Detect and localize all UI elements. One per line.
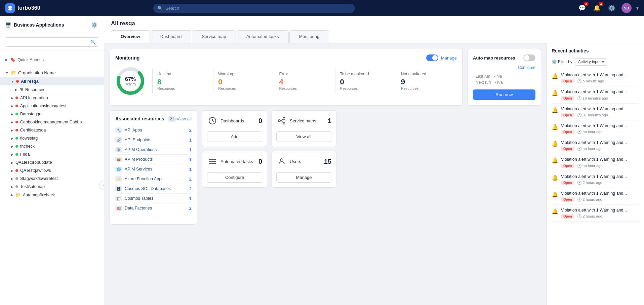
content-body: Monitoring Manage [104, 43, 644, 305]
automated-tasks-count: 0 [258, 158, 262, 165]
sidebar-item-all-resqa[interactable]: ▼ All resqa [0, 77, 104, 85]
resource-row: 🗄️ Cosmos SQL Databases 2 [115, 184, 192, 194]
sidebar-header: 🖥️ Business Applications ⚙️ [0, 16, 104, 34]
apim-operations-icon: ⚙️ [115, 147, 122, 152]
dot-red [15, 97, 18, 99]
tab-dashboard[interactable]: Dashboard [151, 30, 192, 43]
time-ago: 🕐 2 hours ago [577, 197, 602, 202]
activity-type-select[interactable]: Activity type [575, 58, 607, 66]
logo[interactable]: turbo360 [5, 3, 40, 13]
manage-toggle-area: Manage [426, 54, 457, 61]
service-maps-header: Service maps 1 [276, 115, 331, 126]
sidebar-item-quick-access[interactable]: ▶ 🔖 Quick Access [0, 55, 104, 64]
users-widget: Users 15 Manage [271, 151, 336, 188]
add-dashboard-button[interactable]: Add [207, 131, 262, 142]
assoc-title-text: Associated resources 21 [115, 116, 177, 121]
tab-monitoring[interactable]: Monitoring [289, 30, 329, 43]
sidebar-item-testautomap[interactable]: ▶ TestAutomap [0, 183, 104, 191]
resource-label: Data Factories [125, 206, 152, 211]
monitoring-toggle[interactable] [426, 54, 438, 61]
sidebar-item-flowsstag[interactable]: ▶ flowsstag [0, 134, 104, 142]
users-label: Users [290, 159, 301, 164]
avatar[interactable]: SB [621, 3, 632, 13]
automated-tasks-label: Automated tasks [220, 159, 253, 164]
configure-tasks-button[interactable]: Configure [207, 172, 262, 183]
assoc-count-badge: 21 [167, 116, 176, 122]
users-count: 15 [324, 158, 331, 165]
notifications-button[interactable]: 🔔 4 [592, 3, 602, 13]
sidebar-item-certificates[interactable]: ▶ Certificatesqa [0, 126, 104, 134]
dot-gray [15, 177, 18, 180]
resource-name: 🔧 API Apps [115, 127, 142, 133]
chevron-icon: ▶ [11, 112, 13, 116]
stat-not-monitored: Not monitored 9 Resources [396, 69, 457, 93]
status-badge: Open [561, 130, 574, 134]
chevron-down-icon: ▼ [5, 71, 9, 75]
sidebar-item-stagworkflows[interactable]: ▶ Stagworkflowsretest [0, 175, 104, 183]
dot-green [15, 137, 18, 140]
time-ago: 🕐 an hour ago [577, 164, 603, 168]
sidebar-item-automapfix[interactable]: ▶ 📁 Automapfixcheck [0, 191, 104, 199]
automated-tasks-widget: Automated tasks 0 Configure [202, 151, 267, 188]
activity-content: Violation alert with 1 Warning and... Op… [561, 140, 639, 151]
stat-to-monitor-value: 0 [340, 78, 391, 86]
search-input[interactable] [153, 4, 355, 13]
configure-link[interactable]: Configure [473, 65, 535, 70]
dashboards-icon [207, 115, 218, 126]
svg-rect-6 [209, 159, 215, 160]
view-all-link[interactable]: View all [177, 116, 192, 121]
resource-row: ⚙️ APIM Operations 1 [115, 145, 192, 155]
stat-healthy: Healthy 8 Resources [153, 69, 213, 93]
resource-row: 📦 APIM Products 1 [115, 155, 192, 164]
org-name-text: Organisation Name [18, 70, 56, 75]
resource-name: 🌐 APIM Services [115, 166, 152, 172]
messages-button[interactable]: 💬 3 [577, 3, 587, 13]
settings-button[interactable]: ⚙️ [607, 3, 617, 13]
activity-title: Violation alert with 1 Warning and... [561, 140, 639, 145]
automated-tasks-icon [207, 156, 218, 167]
sidebar-item-resources[interactable]: ▶ ⊞ Resources [0, 85, 104, 94]
manage-users-button[interactable]: Manage [276, 172, 331, 183]
sidebar-item-api-integration[interactable]: ▶ API Integration [0, 94, 104, 102]
resource-count: 2 [189, 206, 192, 211]
sidebar-search-input[interactable] [5, 37, 99, 47]
main-panels: Monitoring Manage [104, 43, 547, 305]
stat-error-unit: Resources [279, 86, 330, 90]
sidebar-item-qatest[interactable]: ▶ QATestqawflows [0, 166, 104, 175]
activity-title: Violation alert with 1 Warning and... [561, 72, 639, 78]
org-name-item[interactable]: ▼ 📁 Organisation Name [0, 68, 104, 77]
api-endpoints-icon: 🔗 [115, 137, 122, 143]
auto-map-card: Auto map resources Configure Last run - … [467, 49, 541, 106]
sidebar-settings-button[interactable]: ⚙️ [90, 21, 98, 29]
manage-link[interactable]: Manage [441, 55, 457, 61]
sidebar-item-qa1[interactable]: ▶ QA1testpropupdate [0, 158, 104, 166]
run-now-button[interactable]: Run now [473, 89, 535, 100]
bell-icon: 🔔 [552, 175, 558, 181]
sidebar-item-cabbooking[interactable]: ▶ Cabbooking management Cabbo [0, 118, 104, 126]
chevron-icon: ▶ [11, 128, 13, 132]
resource-name: 🗄️ Cosmos SQL Databases [115, 186, 171, 191]
activity-content: Violation alert with 1 Warning and... Op… [561, 106, 639, 117]
tab-overview[interactable]: Overview [111, 30, 150, 43]
dashboards-header: Dashboards 0 [207, 115, 262, 126]
notifications-badge: 4 [599, 2, 603, 6]
activity-content: Violation alert with 1 Warning and... Op… [561, 89, 639, 100]
activity-title: Violation alert with 1 Warning and... [561, 123, 639, 128]
sidebar-item-bamstagqa[interactable]: ▶ Bamstagqa [0, 110, 104, 118]
tab-service-map[interactable]: Service map [192, 30, 236, 43]
status-badge: Open [561, 214, 574, 219]
sidebar-item-label: Bamstagqa [20, 112, 41, 116]
bell-icon: 🔔 [552, 73, 558, 79]
sidebar-item-fnqa[interactable]: ▶ Fnqa [0, 150, 104, 158]
tab-automated-tasks[interactable]: Automated tasks [237, 30, 289, 43]
sidebar-item-label: Cabbooking management Cabbo [20, 120, 82, 124]
auto-map-toggle[interactable] [523, 54, 535, 61]
logo-text: turbo360 [17, 5, 40, 11]
sidebar-item-fncheck[interactable]: ▶ fncheck [0, 142, 104, 150]
stat-warning-unit: Resources [218, 86, 269, 90]
view-all-service-maps-button[interactable]: View all [276, 131, 331, 142]
cosmos-sql-icon: 🗄️ [115, 186, 122, 191]
resource-count: 2 [189, 128, 192, 133]
bell-icon: 🔔 [552, 90, 558, 96]
sidebar-item-appinsights[interactable]: ▶ Applicationinsigthsqatest [0, 102, 104, 110]
